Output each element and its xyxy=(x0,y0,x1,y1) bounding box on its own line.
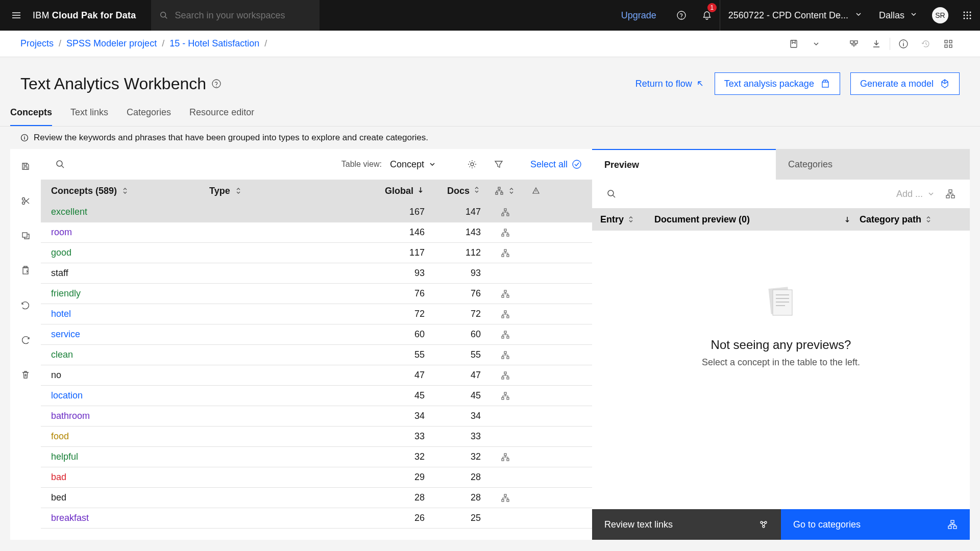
concepts-table-body[interactable]: excellent167147room146143good117112staff… xyxy=(41,202,592,540)
hierarchy-icon xyxy=(945,189,955,199)
table-row[interactable]: staff9393 xyxy=(41,263,592,284)
tab-text-links[interactable]: Text links xyxy=(70,107,108,126)
delete-button[interactable] xyxy=(15,364,36,385)
col-doc-header[interactable]: Document preview (0) xyxy=(654,214,750,225)
concepts-table-header: Concepts (589) Type Global Docs xyxy=(41,180,592,202)
redo-button[interactable] xyxy=(15,330,36,350)
help-button[interactable] xyxy=(669,0,694,31)
table-row[interactable]: clean5555 xyxy=(41,345,592,365)
go-to-categories-button[interactable]: Go to categories xyxy=(781,509,970,540)
table-row[interactable]: bad2928 xyxy=(41,467,592,488)
sort-icon[interactable] xyxy=(924,215,933,223)
help-icon[interactable] xyxy=(211,79,222,89)
search-input[interactable] xyxy=(175,10,311,21)
svg-rect-69 xyxy=(951,195,954,198)
col-concepts-header[interactable]: Concepts (589) xyxy=(51,186,117,196)
table-row[interactable]: room146143 xyxy=(41,222,592,243)
generate-model-button[interactable]: Generate a model xyxy=(850,72,960,95)
upgrade-link[interactable]: Upgrade xyxy=(609,0,669,31)
notifications-button[interactable]: 1 xyxy=(694,0,720,31)
return-to-flow-link[interactable]: Return to flow xyxy=(635,79,704,89)
tab-categories[interactable]: Categories xyxy=(127,107,171,126)
add-dropdown[interactable]: Add ... xyxy=(896,189,935,199)
global-cell: 29 xyxy=(373,472,429,483)
account-switcher[interactable]: 2560722 - CPD Content De... xyxy=(720,0,871,31)
undo-button[interactable] xyxy=(15,295,36,315)
table-row[interactable]: bed2828 xyxy=(41,488,592,508)
gear-icon xyxy=(467,159,477,169)
sort-icon[interactable] xyxy=(473,186,481,194)
col-cat-header[interactable]: Category path xyxy=(860,214,921,225)
search-concepts-button[interactable] xyxy=(51,155,69,173)
history-button[interactable] xyxy=(915,31,937,57)
svg-rect-18 xyxy=(949,45,952,47)
cut-button[interactable] xyxy=(15,191,36,211)
hierarchy-button[interactable] xyxy=(941,185,960,203)
table-row[interactable]: hotel7272 xyxy=(41,304,592,324)
bookmark-button[interactable] xyxy=(782,31,805,57)
table-view-select[interactable]: Concept xyxy=(390,159,436,170)
col-docs-header[interactable]: Docs xyxy=(447,186,470,196)
svg-point-8 xyxy=(964,18,965,19)
col-global-header[interactable]: Global xyxy=(385,186,413,196)
concept-cell: friendly xyxy=(41,288,209,299)
table-row[interactable]: excellent167147 xyxy=(41,202,592,222)
tab-preview-categories[interactable]: Categories xyxy=(776,149,960,180)
breadcrumb-link[interactable]: 15 - Hotel Satisfaction xyxy=(169,38,259,49)
download-icon xyxy=(871,39,881,49)
svg-rect-15 xyxy=(945,40,947,43)
svg-rect-57 xyxy=(504,392,506,394)
col-entry-header[interactable]: Entry xyxy=(600,214,624,225)
tab-resource-editor[interactable]: Resource editor xyxy=(189,107,254,126)
review-text-links-button[interactable]: Review text links xyxy=(592,509,781,540)
tab-concepts[interactable]: Concepts xyxy=(10,107,52,126)
arrow-down-icon[interactable] xyxy=(843,215,851,223)
table-row[interactable]: location4545 xyxy=(41,386,592,406)
col-type-header[interactable]: Type xyxy=(209,186,230,196)
table-row[interactable]: no4747 xyxy=(41,365,592,386)
panel-button[interactable] xyxy=(937,31,960,57)
search-preview-button[interactable] xyxy=(602,185,621,203)
upload-button[interactable] xyxy=(843,31,865,57)
global-search[interactable] xyxy=(151,0,320,31)
dropdown-button[interactable] xyxy=(805,31,827,57)
tab-preview[interactable]: Preview xyxy=(592,149,776,180)
table-row[interactable]: service6060 xyxy=(41,324,592,345)
hamburger-icon xyxy=(11,10,21,20)
table-row[interactable]: good117112 xyxy=(41,243,592,263)
tree-cell xyxy=(485,208,526,216)
user-avatar[interactable]: SR xyxy=(932,7,948,23)
filter-button[interactable] xyxy=(489,155,508,173)
arrow-down-icon[interactable] xyxy=(416,186,425,194)
copy-button[interactable] xyxy=(15,226,36,246)
sort-icon[interactable] xyxy=(507,187,516,195)
scissors-icon xyxy=(20,196,31,206)
docs-cell: 93 xyxy=(429,268,485,279)
paste-button[interactable] xyxy=(15,260,36,281)
main-tabs: Concepts Text links Categories Resource … xyxy=(0,95,980,127)
table-row[interactable]: friendly7676 xyxy=(41,284,592,304)
select-all-button[interactable]: Select all xyxy=(530,159,582,170)
sort-icon[interactable] xyxy=(121,187,129,195)
table-row[interactable]: bathroom3434 xyxy=(41,406,592,427)
breadcrumb-link[interactable]: SPSS Modeler project xyxy=(66,38,157,49)
svg-point-2 xyxy=(964,12,965,13)
table-row[interactable]: helpful3232 xyxy=(41,447,592,467)
table-row[interactable]: breakfast2625 xyxy=(41,508,592,529)
sort-icon[interactable] xyxy=(627,215,635,223)
tree-cell xyxy=(485,351,526,359)
app-switcher[interactable] xyxy=(954,0,980,31)
text-analysis-package-button[interactable]: Text analysis package xyxy=(715,72,840,95)
save-button[interactable] xyxy=(15,156,36,177)
svg-rect-59 xyxy=(507,397,509,399)
table-row[interactable]: food3333 xyxy=(41,427,592,447)
download-button[interactable] xyxy=(865,31,888,57)
settings-button[interactable] xyxy=(463,155,481,173)
region-switcher[interactable]: Dallas xyxy=(871,0,926,31)
info-button[interactable] xyxy=(892,31,915,57)
breadcrumb-link[interactable]: Projects xyxy=(20,38,54,49)
help-icon xyxy=(676,10,687,20)
sort-icon[interactable] xyxy=(234,187,242,195)
menu-button[interactable] xyxy=(0,0,33,31)
global-cell: 55 xyxy=(373,349,429,360)
